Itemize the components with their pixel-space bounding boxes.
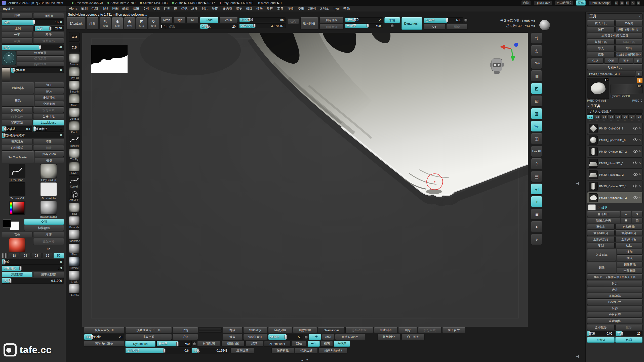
- button-镜像[interactable]: 镜像: [35, 158, 64, 163]
- button-侦测边缘[interactable]: 侦测边缘: [295, 348, 318, 353]
- menu-控制[interactable]: 控制: [112, 7, 118, 11]
- titlebar-icon[interactable]: ✎: [631, 1, 635, 5]
- sculpt-canvas[interactable]: [82, 33, 528, 327]
- menu-宏[interactable]: 宏: [174, 7, 177, 11]
- button-抽取当前[interactable]: 抽取当前: [125, 334, 172, 340]
- button-自动重排[interactable]: 自动重排: [615, 224, 643, 230]
- tray-divider-arrow[interactable]: ◀: [576, 181, 579, 186]
- pin-icon[interactable]: ▪: [639, 15, 640, 18]
- slider-距离[interactable]: 距离0.02: [587, 331, 615, 336]
- button-生成多边形网格物体[interactable]: 生成多边形网格物体: [615, 52, 643, 57]
- button-自适应[interactable]: 自适应: [334, 341, 350, 347]
- canvas-scroll-arrows[interactable]: ▲ ▼: [301, 358, 308, 361]
- subtool-item[interactable]: PM3D_Cube3D2_2✎: [587, 123, 642, 134]
- menu-材质[interactable]: 材质: [191, 7, 198, 11]
- button-删除[interactable]: 删除: [33, 145, 64, 151]
- slider-延迟步进[interactable]: 延迟步进0.1: [2, 126, 32, 132]
- button-追加[interactable]: 追加: [617, 249, 643, 255]
- menu-色彩[interactable]: 色彩: [91, 7, 98, 11]
- aa-half-icon[interactable]: ▥: [531, 70, 542, 81]
- focal-shift-slider[interactable]: 焦点衰减-56: [239, 17, 286, 22]
- tile-colorpicker[interactable]: [2, 201, 32, 218]
- delete-higher-button[interactable]: 删除高级: [319, 24, 344, 30]
- tile-freehand[interactable]: FreeHand: [2, 164, 32, 182]
- brush-item-Smooth[interactable]: Smooth: [69, 80, 80, 93]
- auto-button[interactable]: 自动: [521, 0, 531, 6]
- button-预处理当前子工具[interactable]: 预处理当前子工具: [125, 327, 172, 333]
- brush-item-ClayBuil[interactable]: ClayBuil: [69, 67, 80, 79]
- tab-V8[interactable]: V8: [636, 114, 642, 119]
- button-插入[interactable]: 插入: [617, 255, 643, 261]
- button-按组拆分[interactable]: 按组拆分: [377, 334, 400, 340]
- simple-brush-icon[interactable]: S: [637, 78, 642, 83]
- eye-icon[interactable]: [633, 138, 638, 142]
- button-保持多边形组[interactable]: 保持多边形组: [335, 334, 365, 340]
- eye-icon[interactable]: [633, 196, 638, 200]
- slider-重力强度[interactable]: 重力强度0: [11, 67, 64, 73]
- brush-item-DamSta[interactable]: DamSta: [69, 108, 80, 120]
- slider-平均[interactable]: 平均25: [615, 331, 643, 336]
- titlebar-icon[interactable]: ▦: [620, 1, 624, 5]
- secondary-tool-thumbnail[interactable]: 87: [611, 84, 642, 94]
- tab-icons-V1[interactable]: ▫▫: [587, 119, 594, 122]
- button-28[interactable]: 28: [31, 253, 42, 258]
- knob-button[interactable]: [304, 335, 308, 339]
- lightbox-button[interactable]: 灯箱: [87, 17, 98, 30]
- slider-对象阴影[interactable]: 对象阴影0.3: [2, 265, 64, 271]
- menu-笔刷[interactable]: 笔刷: [81, 7, 88, 11]
- secondary-color-swatch[interactable]: [10, 221, 19, 230]
- button-Dynamesh[interactable]: Dynamesh: [125, 341, 155, 347]
- button-从项目文件载入工具[interactable]: 从项目文件载入工具: [587, 33, 642, 38]
- button-平滑[interactable]: 平滑: [173, 327, 198, 333]
- slider-延迟半径[interactable]: 延迟半径1: [33, 126, 64, 132]
- eye-icon[interactable]: [633, 161, 638, 165]
- button-删除其他[interactable]: 删除其他: [617, 262, 643, 267]
- tab-icons-V7[interactable]: ▫▫: [629, 119, 636, 122]
- button-追加[interactable]: 追加: [35, 82, 64, 88]
- zadd-button[interactable]: Zadd: [200, 17, 218, 23]
- dynamesh-resolution-slider[interactable]: 分辨率600: [424, 17, 463, 23]
- subtool-visible-count[interactable]: 子工具可见数量 8: [587, 109, 642, 114]
- button-一半[interactable]: 一半: [308, 341, 320, 347]
- left-panel-title[interactable]: myui ▾: [0, 6, 66, 12]
- draw-size-slider[interactable]: 绘制大小32.70957: [239, 23, 286, 28]
- button-交替[interactable]: 交替: [24, 219, 64, 225]
- button-拆分[interactable]: 拆分: [587, 281, 642, 286]
- menu-灯箱[interactable]: 灯箱: [153, 7, 160, 11]
- brush-item-C.D[interactable]: C.D: [69, 32, 80, 42]
- slider-抽取百分比[interactable]: 抽取百分比20: [84, 334, 124, 340]
- button-删除[interactable]: 删除: [2, 95, 34, 107]
- button-全部投影[interactable]: 全部投影: [587, 325, 615, 330]
- button-一半[interactable]: 一半: [2, 32, 32, 37]
- sdiv-level-slider[interactable]: 细分级别2: [345, 17, 383, 22]
- button-着色[interactable]: 着色: [2, 232, 32, 237]
- tab-V7[interactable]: V7: [629, 114, 636, 119]
- active-tool-thumbnail[interactable]: 87: [587, 78, 609, 99]
- button-拆分隐藏[interactable]: 拆分隐藏: [33, 107, 64, 113]
- titlebar-icon[interactable]: ▣: [636, 1, 640, 5]
- brush-item-Move[interactable]: Move: [69, 94, 80, 107]
- brush-item-TrimDy[interactable]: TrimDy: [69, 148, 80, 161]
- rgb-intensity-slider[interactable]: Rgb 强度: [161, 24, 198, 29]
- button-另存为[interactable]: 另存为: [615, 20, 643, 26]
- gxyz-icon[interactable]: Gxyz: [531, 121, 542, 132]
- button-保存深度[interactable]: 保存深度: [17, 56, 64, 61]
- menu-缩放[interactable]: 缩放: [256, 7, 263, 11]
- button-50[interactable]: 50: [54, 253, 64, 258]
- select-rect-icon[interactable]: ▧: [531, 96, 542, 107]
- button-ZRemesher[interactable]: ZRemesher: [264, 341, 291, 347]
- persp-icon[interactable]: ◊: [531, 158, 542, 169]
- menu-编辑[interactable]: 编辑: [133, 7, 139, 11]
- dynamic-mode-toggle[interactable]: 动态: [287, 19, 299, 24]
- menu-Z插件[interactable]: Z插件: [308, 7, 316, 11]
- quicksave-button[interactable]: QuickSave: [534, 1, 552, 5]
- tab-icons-V6[interactable]: ▫▫: [622, 119, 629, 122]
- button-全部[interactable]: 全部: [604, 58, 618, 64]
- brush-item-ZModele[interactable]: ZModele: [69, 189, 80, 202]
- brush-item-Chrome[interactable]: Chrome: [69, 257, 80, 269]
- see-through-slider[interactable]: 自由透明 0: [555, 0, 573, 6]
- transparent-icon[interactable]: ◱: [531, 184, 542, 195]
- menu-标记[interactable]: 标记: [181, 7, 187, 11]
- button-保持折边[interactable]: 保持折边: [271, 348, 294, 353]
- ghost-icon[interactable]: ◑: [531, 196, 542, 207]
